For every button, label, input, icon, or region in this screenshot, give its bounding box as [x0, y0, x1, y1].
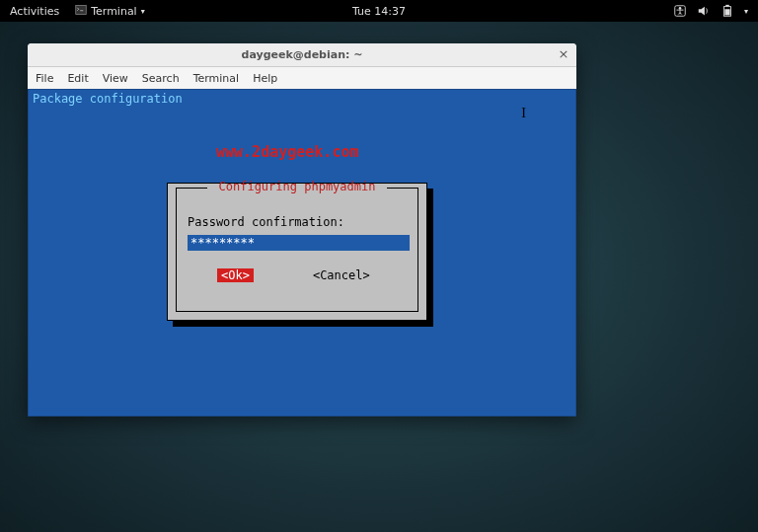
battery-icon[interactable]: [720, 4, 734, 18]
terminal-icon: [75, 4, 87, 19]
terminal-viewport[interactable]: Package configuration I www.2daygeek.com…: [28, 89, 576, 417]
chevron-down-icon[interactable]: ▾: [744, 7, 748, 16]
svg-point-2: [679, 7, 682, 10]
gnome-topbar: Activities Terminal ▾ Tue 14:37 ▾: [0, 0, 758, 22]
debconf-dialog: Configuring phpmyadmin Password confirma…: [167, 183, 427, 321]
menubar: File Edit View Search Terminal Help: [28, 67, 576, 89]
svg-rect-5: [724, 9, 729, 15]
window-title: daygeek@debian: ~: [242, 48, 363, 61]
package-config-header: Package configuration: [29, 90, 575, 108]
volume-icon[interactable]: [697, 4, 711, 18]
clock[interactable]: Tue 14:37: [352, 5, 406, 18]
window-titlebar[interactable]: daygeek@debian: ~ ×: [28, 43, 576, 67]
cancel-button[interactable]: <Cancel>: [313, 268, 370, 282]
password-confirm-input[interactable]: *********: [188, 235, 410, 251]
menu-file[interactable]: File: [36, 72, 53, 85]
text-cursor-icon: I: [521, 106, 526, 121]
system-tray: ▾: [673, 4, 758, 18]
svg-rect-4: [725, 5, 729, 7]
password-confirm-label: Password confirmation:: [188, 215, 422, 229]
app-menu-label: Terminal: [91, 5, 137, 18]
dialog-box: Configuring phpmyadmin Password confirma…: [167, 183, 427, 321]
activities-button[interactable]: Activities: [0, 5, 69, 18]
menu-terminal[interactable]: Terminal: [193, 72, 240, 85]
terminal-window: daygeek@debian: ~ × File Edit View Searc…: [28, 43, 576, 417]
menu-view[interactable]: View: [103, 72, 128, 85]
close-icon[interactable]: ×: [557, 47, 570, 61]
ok-button[interactable]: <Ok>: [217, 268, 254, 282]
svg-rect-0: [76, 5, 87, 14]
watermark-text: www.2daygeek.com: [216, 143, 359, 161]
chevron-down-icon: ▾: [141, 7, 145, 16]
accessibility-icon[interactable]: [673, 4, 687, 18]
menu-search[interactable]: Search: [142, 72, 180, 85]
menu-edit[interactable]: Edit: [67, 72, 88, 85]
menu-help[interactable]: Help: [253, 72, 277, 85]
dialog-title: Configuring phpmyadmin: [168, 180, 426, 193]
app-menu[interactable]: Terminal ▾: [69, 4, 151, 19]
